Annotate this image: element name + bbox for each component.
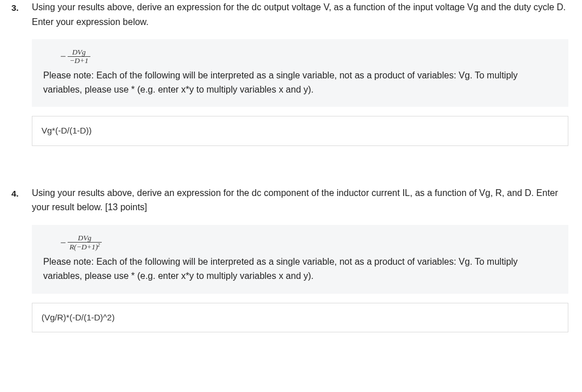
question-body: Using your results above, derive an expr…: [32, 186, 571, 332]
denominator: R(−D+1)2: [68, 243, 102, 252]
question-number: 4.: [11, 186, 32, 332]
question-3: 3. Using your results above, derive an e…: [11, 0, 571, 146]
question-4: 4. Using your results above, derive an e…: [11, 186, 571, 332]
hint-note: Please note: Each of the following will …: [43, 255, 557, 283]
answer-value: (Vg/R)*(-D/(1-D)^2): [41, 312, 115, 322]
answer-input[interactable]: Vg*(-D/(1-D)): [32, 116, 568, 146]
hint-box: − DVg −D+1 Please note: Each of the foll…: [32, 39, 568, 107]
leading-minus: −: [60, 51, 68, 62]
formula-display: − DVg −D+1: [60, 48, 90, 65]
spacing: [11, 146, 571, 186]
page-container: 3. Using your results above, derive an e…: [0, 0, 582, 392]
numerator: DVg: [68, 48, 90, 57]
fraction: DVg −D+1: [68, 48, 90, 65]
question-prompt: Using your results above, derive an expr…: [32, 186, 568, 215]
denominator-base: R(−D+1): [69, 243, 98, 252]
leading-minus: −: [60, 237, 68, 248]
hint-box: − DVg R(−D+1)2 Please note: Each of the …: [32, 225, 568, 294]
question-body: Using your results above, derive an expr…: [32, 0, 571, 146]
denominator-exponent: 2: [97, 242, 100, 248]
question-prompt: Using your results above, derive an expr…: [32, 0, 568, 29]
fraction: DVg R(−D+1)2: [68, 234, 102, 252]
answer-value: Vg*(-D/(1-D)): [41, 126, 92, 135]
formula-display: − DVg R(−D+1)2: [60, 234, 102, 252]
hint-note: Please note: Each of the following will …: [43, 69, 557, 97]
question-number: 3.: [11, 0, 32, 146]
denominator: −D+1: [68, 57, 90, 65]
answer-input[interactable]: (Vg/R)*(-D/(1-D)^2): [32, 303, 568, 333]
numerator: DVg: [68, 234, 102, 243]
